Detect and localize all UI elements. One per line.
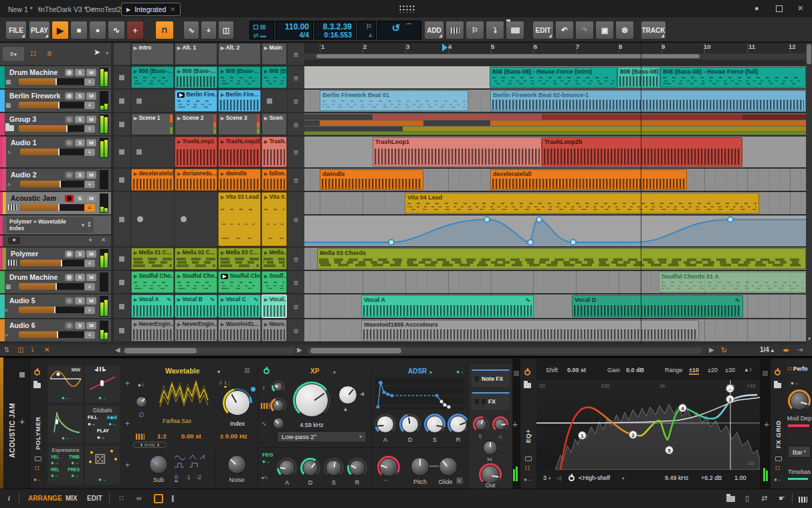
mod-arrow-icon[interactable]: ●→ — [97, 434, 104, 440]
timeline-ruler[interactable]: 123456789101112 — [304, 43, 806, 54]
volume-fader[interactable] — [19, 283, 85, 290]
eq-point-5[interactable]: 5 — [665, 446, 674, 454]
arranger-clip[interactable]: dwindle — [320, 169, 423, 190]
track-menu-icon[interactable]: ≡ — [84, 78, 95, 86]
solo-button[interactable]: S — [75, 116, 85, 123]
arm-button[interactable] — [65, 171, 74, 179]
solo-button[interactable]: S — [75, 171, 85, 179]
stop-slot[interactable] — [114, 66, 130, 88]
collapse-icon[interactable] — [19, 372, 25, 377]
power-icon[interactable] — [34, 369, 40, 375]
record-button[interactable]: ● — [89, 21, 106, 39]
arm-button[interactable] — [65, 139, 74, 147]
adsr-graph[interactable] — [375, 377, 465, 410]
redo-button[interactable]: ↷ — [575, 21, 594, 39]
group-summary-lane[interactable] — [304, 113, 806, 135]
follow-icon[interactable]: ⤵ — [31, 346, 34, 353]
arranger-track-lane[interactable]: Vita 04 Lead — [304, 192, 806, 214]
clip-slot[interactable]: ▶Vocal B∿ — [175, 294, 217, 318]
clip-slot[interactable]: ▶Mella 02 C... — [175, 248, 217, 270]
sub-oct-2[interactable]: -2 — [196, 474, 201, 481]
volume-fader[interactable] — [20, 260, 86, 266]
arm-button[interactable] — [65, 69, 74, 76]
clip-slot[interactable]: ▶Wavoloid1... — [218, 319, 261, 341]
automation-lane[interactable] — [304, 216, 806, 246]
play-label[interactable]: PLAY — [97, 428, 109, 433]
volume-fader[interactable] — [19, 331, 85, 338]
subwave-icons[interactable] — [173, 454, 208, 470]
automation-param-selector[interactable]: Polymer » WavetableIndex ▾ ↧ — [7, 217, 94, 233]
latch-badge[interactable]: L — [456, 477, 463, 484]
touch-icon[interactable]: ☛ — [779, 494, 785, 503]
mapping-icon[interactable]: ∷ — [775, 464, 779, 472]
maximize-icon[interactable] — [776, 5, 783, 12]
preset-folder-icon[interactable] — [33, 383, 41, 388]
mod-arrow-icon[interactable]: ●→ — [62, 435, 69, 441]
band-power-icon[interactable] — [569, 475, 575, 481]
edit-menu-button[interactable]: EDIT — [532, 21, 554, 39]
sync-pill[interactable]: ⬆ SYNC ⬆ — [133, 442, 167, 448]
clip-slot[interactable]: ▶Vocal A∿ — [131, 294, 174, 318]
arm-button[interactable] — [65, 92, 74, 100]
scroll-right-icon[interactable]: ▶ — [297, 346, 302, 353]
arranger-track-lane[interactable]: Berlin Firework Beat 01 Berlin Firework … — [304, 90, 806, 112]
dashboard-icon[interactable] — [399, 5, 416, 13]
track-header-group[interactable]: Group 3 S M ≡ — [0, 113, 111, 135]
eq-point-1[interactable]: 1 — [578, 431, 587, 440]
group-scene-slot[interactable]: ▶Scene 1 — [131, 113, 174, 135]
snap-toggle-icon[interactable]: ◂▸ — [783, 346, 789, 353]
arranger-clip[interactable]: Vita 04 Lead — [405, 193, 759, 214]
stop-slot[interactable] — [114, 137, 130, 167]
tab-project-1[interactable]: New 1 *✕ — [8, 3, 41, 16]
volume-fader[interactable] — [19, 307, 85, 313]
spread-knob[interactable] — [483, 440, 498, 455]
track-header[interactable]: Audio 2 S M ▹ ≡ — [0, 169, 111, 191]
stop-slot[interactable] — [114, 271, 130, 293]
arranger-clip[interactable]: Berlin Firework Beat 02-bounce-1 — [490, 90, 806, 111]
clip-slot[interactable]: ▶dorianredu... — [175, 169, 217, 191]
solo-button[interactable]: S — [75, 297, 85, 305]
amp-r-knob[interactable] — [449, 416, 467, 433]
mod-arrow-icon[interactable]: ●→ — [98, 395, 106, 401]
add-modulator-icon[interactable]: + — [125, 379, 130, 388]
mapping-icon[interactable]: ∷ — [35, 464, 39, 472]
band-count[interactable]: 3 — [543, 475, 546, 481]
mod-amount-bar[interactable] — [788, 424, 809, 427]
remote-page-title[interactable]: ∷ Perfo — [788, 365, 808, 372]
track-menu-icon[interactable]: ≡ — [84, 149, 95, 156]
row-menu[interactable]: ≣ — [288, 248, 304, 270]
remote-page-icon[interactable] — [525, 456, 532, 461]
shift-value[interactable]: 0.00 st — [567, 367, 586, 373]
arm-button[interactable] — [65, 322, 74, 329]
eq-point-3[interactable]: 3 — [726, 395, 734, 404]
listen-icon[interactable]: ◁ — [556, 475, 561, 481]
band-gain[interactable]: +6.2 dB — [701, 475, 722, 481]
mod-arrow-icon[interactable]: ●→ — [98, 477, 106, 483]
group-scene-slot[interactable]: ▶Scen — [262, 113, 287, 135]
clip-slot[interactable]: ▶Trash... — [262, 137, 287, 167]
amp-s-knob[interactable] — [426, 416, 443, 433]
chevron-down-icon[interactable]: ▾ — [333, 369, 336, 375]
mod-arrow-icon[interactable]: ●→ — [262, 458, 270, 464]
clip-slot[interactable]: ▶808 (B... — [262, 66, 287, 88]
time-value[interactable]: 0:16.553 — [318, 31, 352, 39]
sub-oct-1[interactable]: -1 — [185, 474, 191, 481]
row-menu[interactable]: ≣ — [288, 294, 304, 318]
arranger-track-lane[interactable]: 808 (Bass-08) - House Force (intro) 808 … — [304, 66, 806, 88]
stop-slot[interactable] — [114, 192, 130, 246]
track-menu-icon[interactable]: ≡ — [84, 125, 95, 133]
metronome-icon[interactable]: ▵ — [361, 31, 372, 39]
io-icon[interactable]: ⇄ — [761, 494, 767, 503]
arranger-clip[interactable]: deceleratefall — [490, 169, 687, 190]
track-menu-icon[interactable]: ≡ — [84, 283, 95, 290]
clip-slot[interactable]: ▶deceleratefall — [131, 169, 174, 191]
track-header[interactable]: Audio 1 S M ▹ ≡ — [0, 137, 111, 167]
adsr-title[interactable]: ADSR — [408, 367, 427, 375]
tab-project-active[interactable]: ▶Integrated✕ — [121, 3, 181, 16]
mod-arrow-icon[interactable]: ●→ — [71, 473, 78, 479]
track-menu-icon[interactable]: ≡ — [84, 204, 95, 211]
adaptive-grid-icon[interactable]: ⇥ — [797, 346, 803, 353]
clip-slot[interactable]: ▶NeverEngin... — [175, 319, 217, 341]
arranger-clip[interactable]: 808 (Bass-08) — [617, 67, 660, 88]
solo-button[interactable]: S — [75, 274, 85, 281]
